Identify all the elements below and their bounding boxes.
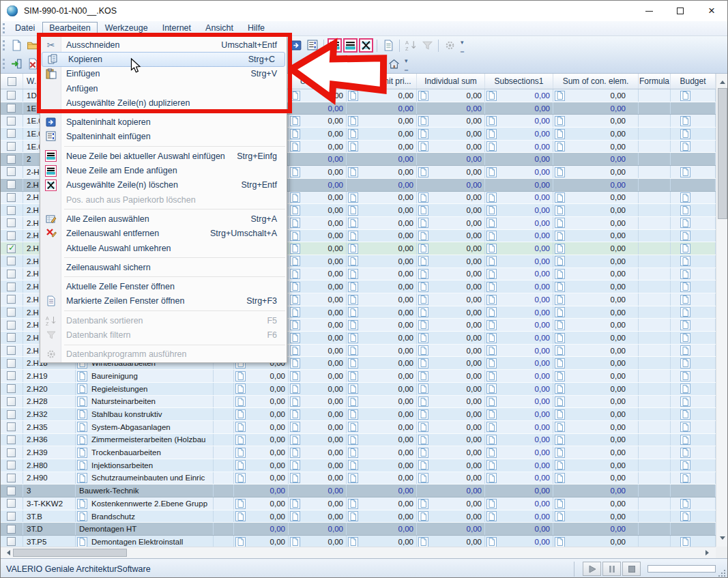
cell-code[interactable]: 2.H39 [23,446,76,459]
scroll-right-icon[interactable] [705,550,712,555]
cell-document-icon[interactable] [680,129,690,139]
cell-sum_con_elem[interactable]: 0,00 [553,89,639,102]
cell-formula[interactable] [639,319,671,331]
cell-unit_price[interactable]: 0,00 [289,192,347,204]
cell-document-icon[interactable] [235,396,246,407]
cell-document-icon[interactable] [486,396,497,407]
cell-subsections[interactable]: 0,00 [485,472,553,485]
cell-document-icon[interactable] [680,295,690,305]
menu-item-zeilenauswahl-sichern[interactable]: Zeilenauswahl sichern [40,260,287,274]
cell-document-icon[interactable] [77,409,87,420]
cell-sum_of_unit[interactable]: 0,00 [347,192,417,204]
row-checkbox[interactable] [7,104,16,113]
cell-document-icon[interactable] [348,435,358,445]
cell-individual_sum[interactable]: 0,00 [417,421,485,433]
cell-unit_price[interactable]: 0,00 [289,536,347,547]
cell-budget[interactable] [671,230,716,242]
cell-sum_of_unit[interactable]: 0,00 [347,497,417,510]
cell-unit_price[interactable]: 0,00 [289,357,347,369]
cell-code[interactable]: 2.H90 [23,472,76,485]
row-checkbox[interactable] [7,180,16,189]
row-checkbox[interactable] [7,435,16,444]
cell-document-icon[interactable] [77,448,87,458]
cell-subsections[interactable]: 0,00 [485,255,553,268]
cell-document-icon[interactable] [418,141,428,151]
cell-document-icon[interactable] [418,333,428,343]
cell-document-icon[interactable] [680,537,690,547]
cell-document-icon[interactable] [418,269,428,279]
cell-document-icon[interactable] [77,396,87,407]
cell-sum_of_unit[interactable]: 0,00 [347,434,417,446]
cell-unit_price[interactable]: 0,00 [289,421,347,433]
table-row[interactable]: 2.H36Zimmermeisterarbeiten (Holzbau0,000… [1,434,716,447]
cell-subsections[interactable]: 0,00 [485,204,553,216]
cell-budget[interactable] [671,472,716,485]
cell-document-icon[interactable] [290,384,300,394]
sort-icon[interactable]: AZ [403,38,418,53]
cell-document-icon[interactable] [290,435,300,445]
cell-document-icon[interactable] [235,473,246,483]
row-checkbox[interactable] [7,422,16,431]
cell-individual_sum[interactable]: 0,00 [417,536,485,547]
cell-document-icon[interactable] [680,358,690,369]
cell-individual_sum[interactable]: 0,00 [417,115,485,127]
cell-formula[interactable] [639,192,671,204]
table-row[interactable]: 2.H90Schutzraumeinbauten und Einric0,000… [1,472,716,485]
cell-formula[interactable] [639,115,671,127]
import-icon[interactable] [9,57,24,72]
cell-sum_con_elem[interactable]: 0,00 [553,523,639,535]
cell-name[interactable]: Bauwerk-Technik [76,485,214,497]
cell-document-icon[interactable] [680,141,690,151]
cell-document-icon[interactable] [680,269,690,279]
cell-subsections[interactable]: 0,00 [485,536,553,547]
menu-item-ausgewählte-zeile-n-löschen[interactable]: Ausgewählte Zeile(n) löschenStrg+Entf [40,178,287,192]
cell-document-icon[interactable] [486,333,497,343]
cell-code[interactable]: 3-T-KKW2 [23,497,76,510]
cell-document-icon[interactable] [680,460,690,470]
cell-document-icon[interactable] [486,218,497,228]
row-checkbox[interactable] [7,167,16,176]
cell-document-icon[interactable] [555,205,565,216]
menu-item-neue-zeile-bei-aktueller-auswahl-einfügen[interactable]: Neue Zeile bei aktueller Auswahl einfüge… [40,149,287,163]
cell-individual_sum[interactable]: 0,00 [417,293,485,306]
cell-sum_con_elem[interactable]: 0,00 [553,280,639,293]
cell-gap[interactable] [214,472,234,485]
cell-budget[interactable] [671,396,716,408]
cell-unit_price[interactable]: 0,00 [289,204,347,216]
cell-sum_con_elem[interactable]: 0,00 [553,306,639,319]
cell-document-icon[interactable] [680,167,690,177]
cell-document-icon[interactable] [680,231,690,241]
cell-sum_con_elem[interactable]: 0,00 [553,497,639,510]
cell-document-icon[interactable] [77,499,87,509]
cell-subsections[interactable]: 0,00 [485,370,553,382]
cell-subsections[interactable]: 0,00 [485,242,553,255]
cell-document-icon[interactable] [348,422,358,432]
cell-sum_of_unit[interactable]: 0,00 [347,280,417,293]
row-checkbox[interactable] [7,244,16,253]
cell-subsections[interactable]: 0,00 [485,383,553,395]
cell-individual_sum[interactable]: 0,00 [417,268,485,280]
cell-document-icon[interactable] [418,218,428,228]
row-checkbox[interactable] [7,359,16,368]
cell-document-icon[interactable] [555,511,565,521]
cell-document-icon[interactable] [418,460,428,470]
cell-gap[interactable] [214,370,234,382]
cell-document-icon[interactable] [486,192,497,203]
cell-sum_of_unit[interactable]: 0,00 [347,306,417,319]
cell-individual_sum[interactable]: 0,00 [417,485,485,497]
cell-code[interactable]: 2.H35 [23,421,76,433]
cell-unit_price[interactable]: 0,00 [289,306,347,319]
cell-formula[interactable] [639,204,671,216]
table-row[interactable]: 2.H35System-Abgasanlagen0,000,000,000,00… [1,421,716,434]
cell-gap[interactable] [214,485,234,497]
menu-item-alle-zeilen-auswählen[interactable]: Alle Zeilen auswählenStrg+A [40,212,287,226]
cell-budget[interactable] [671,204,716,216]
cell-formula[interactable] [639,497,671,510]
cell-formula[interactable] [639,268,671,280]
cell-sum_con_elem[interactable]: 0,00 [553,345,639,357]
cell-gap[interactable] [214,434,234,446]
cell-formula[interactable] [639,357,671,369]
cell-document-icon[interactable] [348,537,358,547]
cell-document-icon[interactable] [290,511,300,521]
cell-document-icon[interactable] [680,320,690,330]
